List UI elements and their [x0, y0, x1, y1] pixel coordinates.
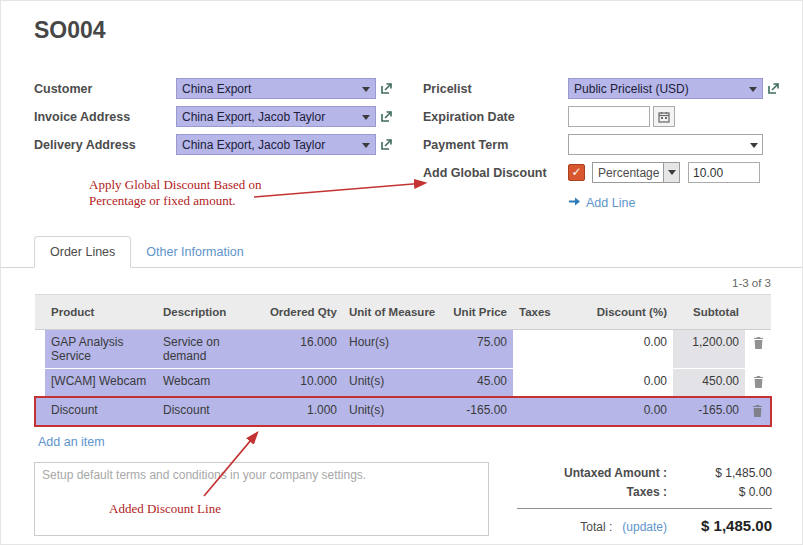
total-label: Total :: [580, 520, 612, 534]
table-row-discount-line[interactable]: Discount Discount 1.000 Unit(s) -165.00 …: [35, 397, 771, 426]
col-discount: Discount (%): [563, 295, 673, 330]
chevron-down-icon: [362, 87, 370, 92]
payment-term-select[interactable]: [568, 134, 763, 155]
table-header-row: Product Description Ordered Qty Unit of …: [35, 295, 771, 330]
trash-icon[interactable]: [752, 405, 763, 417]
cell-subtotal: -165.00: [673, 397, 745, 426]
cell-description: Discount: [157, 397, 257, 426]
pricelist-select[interactable]: Public Pricelist (USD): [568, 78, 763, 99]
add-an-item-link[interactable]: Add an item: [38, 435, 105, 449]
delivery-address-value: China Export, Jacob Taylor: [182, 138, 325, 152]
cell-subtotal: 1,200.00: [673, 330, 745, 369]
trash-icon[interactable]: [753, 337, 764, 349]
discount-amount-input[interactable]: [688, 162, 760, 183]
expiration-date-label: Expiration Date: [423, 110, 568, 124]
discount-type-value: Percentage: [598, 166, 659, 180]
col-unit-of-measure: Unit of Measure: [343, 295, 439, 330]
customer-label: Customer: [34, 82, 176, 96]
cell-taxes: [513, 397, 563, 426]
cell-discount: 0.00: [563, 397, 673, 426]
cell-unit-price: 75.00: [439, 330, 513, 369]
col-ordered-qty: Ordered Qty: [257, 295, 343, 330]
pager: 1-3 of 3: [1, 277, 771, 289]
col-product: Product: [45, 295, 157, 330]
trash-icon[interactable]: [753, 376, 764, 388]
terms-notes-textarea[interactable]: [34, 462, 489, 536]
cell-product: Discount: [45, 397, 157, 426]
drag-handle: [35, 397, 45, 426]
col-subtotal: Subtotal: [673, 295, 745, 330]
customer-select[interactable]: China Export: [176, 78, 376, 99]
col-description: Description: [157, 295, 257, 330]
cell-unit-price: -165.00: [439, 397, 513, 426]
invoice-address-value: China Export, Jacob Taylor: [182, 110, 325, 124]
cell-taxes: [513, 330, 563, 369]
customer-field-row: Customer China Export: [34, 78, 393, 99]
external-link-icon[interactable]: [767, 82, 780, 95]
totals-divider: [517, 508, 772, 509]
col-delete: [745, 295, 771, 330]
col-unit-price: Unit Price: [439, 295, 513, 330]
tab-other-information[interactable]: Other Information: [131, 237, 258, 267]
pricelist-label: Pricelist: [423, 82, 568, 96]
notebook-tabs: Order Lines Other Information: [1, 236, 802, 268]
invoice-address-select[interactable]: China Export, Jacob Taylor: [176, 106, 376, 127]
total-row: Total : (update) $ 1,485.00: [517, 517, 772, 534]
delivery-address-select[interactable]: China Export, Jacob Taylor: [176, 134, 376, 155]
add-line-link[interactable]: Add Line: [568, 196, 635, 210]
cell-ordered-qty: 16.000: [257, 330, 343, 369]
drag-handle: [35, 369, 45, 398]
invoice-address-field-row: Invoice Address China Export, Jacob Tayl…: [34, 106, 393, 127]
table-row[interactable]: GAP Analysis Service Service on demand 1…: [35, 330, 771, 369]
taxes-value: $ 0.00: [667, 485, 772, 499]
cell-ordered-qty: 1.000: [257, 397, 343, 426]
global-discount-field-row: Add Global Discount Percentage: [423, 162, 802, 183]
calendar-icon[interactable]: [653, 106, 675, 127]
tab-order-lines[interactable]: Order Lines: [34, 236, 131, 268]
cell-unit-of-measure: Unit(s): [343, 369, 439, 398]
discount-type-select[interactable]: Percentage: [592, 162, 680, 183]
cell-discount: 0.00: [563, 369, 673, 398]
totals-panel: Untaxed Amount : $ 1,485.00 Taxes : $ 0.…: [517, 462, 772, 539]
update-total-link[interactable]: (update): [622, 520, 667, 534]
untaxed-amount-label: Untaxed Amount :: [564, 466, 667, 480]
delivery-address-label: Delivery Address: [34, 138, 176, 152]
chevron-down-icon: [663, 163, 679, 182]
chevron-down-icon: [749, 87, 757, 92]
chevron-down-icon: [750, 143, 758, 148]
total-value: $ 1,485.00: [677, 517, 772, 534]
chevron-down-icon: [362, 115, 370, 120]
annotation-discount-line: Added Discount Line: [109, 501, 221, 517]
form-right-column: Pricelist Public Pricelist (USD) Expirat…: [423, 78, 802, 210]
pricelist-field-row: Pricelist Public Pricelist (USD): [423, 78, 802, 99]
external-link-icon[interactable]: [380, 110, 393, 123]
cell-unit-of-measure: Unit(s): [343, 397, 439, 426]
drag-handle: [35, 330, 45, 369]
table-row[interactable]: [WCAM] Webcam Webcam 10.000 Unit(s) 45.0…: [35, 369, 771, 398]
chevron-down-icon: [362, 143, 370, 148]
delete-row-cell: [745, 369, 771, 398]
drag-handle-column: [35, 295, 45, 330]
add-line-label: Add Line: [586, 196, 635, 210]
global-discount-label: Add Global Discount: [423, 166, 568, 180]
cell-description: Service on demand: [157, 330, 257, 369]
external-link-icon[interactable]: [380, 82, 393, 95]
taxes-label: Taxes :: [627, 485, 667, 499]
order-lines-table: Product Description Ordered Qty Unit of …: [34, 294, 772, 427]
pricelist-value: Public Pricelist (USD): [574, 82, 689, 96]
cell-ordered-qty: 10.000: [257, 369, 343, 398]
sale-order-form: SO004 Customer China Export Invoice Addr…: [0, 0, 803, 545]
page-title: SO004: [34, 17, 802, 44]
cell-taxes: [513, 369, 563, 398]
payment-term-label: Payment Term: [423, 138, 568, 152]
global-discount-checkbox[interactable]: [568, 164, 585, 181]
expiration-date-input[interactable]: [568, 106, 650, 127]
cell-description: Webcam: [157, 369, 257, 398]
expiration-date-field-row: Expiration Date: [423, 106, 802, 127]
delete-row-cell: [745, 330, 771, 369]
external-link-icon[interactable]: [380, 138, 393, 151]
annotation-global-discount: Apply Global Discount Based on Percentag…: [89, 177, 287, 210]
cell-unit-price: 45.00: [439, 369, 513, 398]
cell-product: GAP Analysis Service: [45, 330, 157, 369]
cell-subtotal: 450.00: [673, 369, 745, 398]
